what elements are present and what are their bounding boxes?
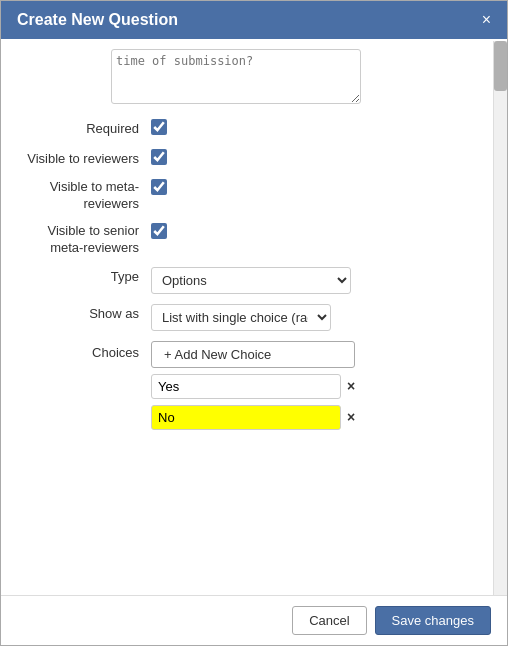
choice-row-no: × (151, 405, 355, 430)
visible-senior-checkbox[interactable] (151, 223, 167, 239)
delete-choice-yes[interactable]: × (347, 378, 355, 394)
visible-reviewers-row: Visible to reviewers (11, 149, 487, 169)
choice-row-yes: × (151, 374, 355, 399)
question-textarea[interactable] (111, 49, 361, 104)
show-as-label: Show as (21, 304, 151, 324)
visible-senior-label: Visible to senior meta-reviewers (21, 223, 151, 257)
modal-title: Create New Question (17, 11, 178, 29)
choice-input-no[interactable] (151, 405, 341, 430)
type-row: Type Options Text Number (11, 267, 487, 294)
modal-footer: Cancel Save changes (1, 595, 507, 645)
close-button[interactable]: × (482, 12, 491, 28)
visible-senior-control (151, 223, 167, 239)
question-textarea-container (111, 49, 487, 107)
add-choice-button[interactable]: + Add New Choice (151, 341, 355, 368)
type-control: Options Text Number (151, 267, 351, 294)
visible-reviewers-control (151, 149, 167, 165)
show-as-control: List with single choice (radio l... Drop… (151, 304, 331, 331)
scrollbar-track[interactable] (493, 41, 507, 595)
save-button[interactable]: Save changes (375, 606, 491, 635)
required-label: Required (21, 119, 151, 139)
type-label: Type (21, 267, 151, 287)
modal-header: Create New Question × (1, 1, 507, 39)
required-row: Required (11, 119, 487, 139)
visible-meta-label: Visible to meta-reviewers (21, 179, 151, 213)
type-select[interactable]: Options Text Number (151, 267, 351, 294)
choices-content: + Add New Choice × × (151, 341, 355, 430)
scrollbar-thumb[interactable] (494, 41, 507, 91)
visible-meta-row: Visible to meta-reviewers (11, 179, 487, 213)
cancel-button[interactable]: Cancel (292, 606, 366, 635)
delete-choice-no[interactable]: × (347, 409, 355, 425)
choices-label: Choices (21, 341, 151, 360)
modal-body: Required Visible to reviewers Visible to… (1, 39, 507, 595)
required-checkbox[interactable] (151, 119, 167, 135)
visible-meta-control (151, 179, 167, 195)
required-control (151, 119, 167, 135)
choices-section: Choices + Add New Choice × × (11, 341, 487, 430)
choice-input-yes[interactable] (151, 374, 341, 399)
visible-reviewers-label: Visible to reviewers (21, 149, 151, 169)
visible-senior-row: Visible to senior meta-reviewers (11, 223, 487, 257)
modal: Create New Question × Required Visible t… (0, 0, 508, 646)
visible-reviewers-checkbox[interactable] (151, 149, 167, 165)
visible-meta-checkbox[interactable] (151, 179, 167, 195)
show-as-row: Show as List with single choice (radio l… (11, 304, 487, 331)
show-as-select[interactable]: List with single choice (radio l... Drop… (151, 304, 331, 331)
